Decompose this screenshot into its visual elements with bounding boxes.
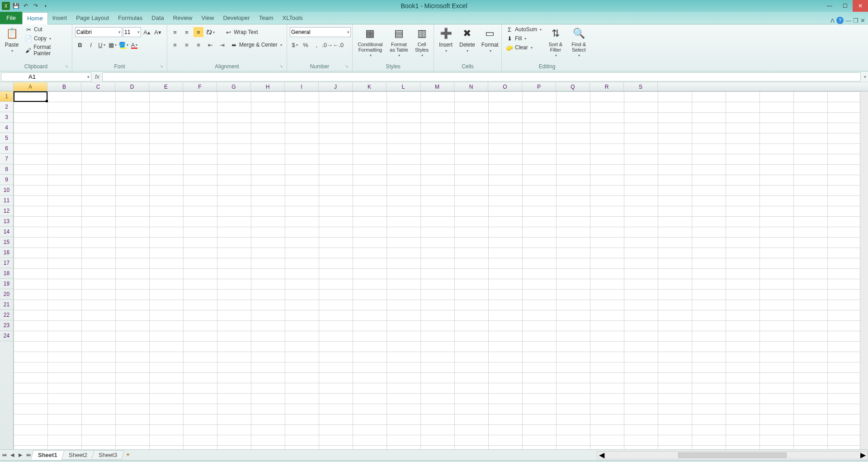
comma-button[interactable]: , (311, 40, 321, 50)
save-icon[interactable]: 💾 (12, 2, 20, 10)
row-header-3[interactable]: 3 (0, 112, 13, 123)
vertical-scrollbar[interactable] (860, 91, 868, 449)
row-header-21[interactable]: 21 (0, 300, 13, 310)
clipboard-launcher-icon[interactable]: ↘ (65, 64, 68, 68)
row-header-22[interactable]: 22 (0, 310, 13, 320)
font-launcher-icon[interactable]: ↘ (160, 64, 163, 68)
tab-team[interactable]: Team (255, 12, 278, 24)
cut-button[interactable]: ✂Cut (24, 25, 69, 33)
column-header-K[interactable]: K (353, 82, 387, 91)
column-header-S[interactable]: S (624, 82, 658, 91)
column-header-D[interactable]: D (115, 82, 149, 91)
row-header-8[interactable]: 8 (0, 164, 13, 175)
window-restore-icon[interactable]: ❐ (853, 17, 859, 24)
clear-button[interactable]: 🧽Clear▾ (505, 43, 543, 52)
font-name-combo[interactable]: Calibri▾ (75, 27, 122, 37)
row-header-9[interactable]: 9 (0, 175, 13, 185)
delete-cells-button[interactable]: ✖Delete▾ (458, 25, 477, 63)
sheet-tab-sheet3[interactable]: Sheet3 (91, 450, 124, 460)
percent-button[interactable]: % (301, 40, 311, 50)
hscroll-right-icon[interactable]: ▶ (859, 451, 868, 459)
undo-icon[interactable]: ↶ (22, 2, 30, 10)
row-header-23[interactable]: 23 (0, 320, 13, 331)
close-button[interactable]: ✕ (853, 0, 868, 12)
italic-button[interactable]: I (86, 40, 96, 50)
cell-styles-button[interactable]: ▥Cell Styles▾ (413, 25, 431, 63)
qat-customize-icon[interactable]: ▾ (42, 2, 50, 10)
row-header-20[interactable]: 20 (0, 289, 13, 300)
row-header-15[interactable]: 15 (0, 237, 13, 248)
minimize-button[interactable]: — (822, 0, 837, 12)
fx-icon[interactable]: fx (92, 73, 102, 80)
maximize-button[interactable]: ☐ (837, 0, 853, 12)
column-header-L[interactable]: L (387, 82, 420, 91)
column-header-P[interactable]: P (522, 82, 556, 91)
decrease-font-icon[interactable]: A▾ (153, 27, 163, 37)
decrease-decimal-button[interactable]: ←.0 (333, 40, 343, 50)
name-box[interactable]: A1 ▾ (1, 72, 91, 81)
file-tab[interactable]: File (0, 12, 22, 24)
format-as-table-button[interactable]: ▤Format as Table▾ (388, 25, 410, 63)
row-header-5[interactable]: 5 (0, 133, 13, 143)
column-header-B[interactable]: B (47, 82, 81, 91)
underline-button[interactable]: U▾ (97, 40, 107, 50)
row-header-18[interactable]: 18 (0, 268, 13, 279)
ribbon-minimize-icon[interactable]: ᐱ (830, 17, 835, 24)
sheet-nav-first-icon[interactable]: ⏮ (0, 452, 8, 458)
row-header-16[interactable]: 16 (0, 248, 13, 258)
cell-grid[interactable] (14, 91, 860, 449)
column-header-E[interactable]: E (149, 82, 183, 91)
column-header-A[interactable]: A (14, 82, 47, 91)
horizontal-scrollbar[interactable]: ◀ ▶ (597, 451, 868, 459)
alignment-launcher-icon[interactable]: ↘ (279, 64, 283, 68)
column-header-M[interactable]: M (420, 82, 454, 91)
number-launcher-icon[interactable]: ↘ (345, 64, 349, 68)
align-middle-button[interactable]: ≡ (182, 27, 192, 37)
bold-button[interactable]: B (75, 40, 85, 50)
column-header-C[interactable]: C (81, 82, 115, 91)
name-box-dropdown-icon[interactable]: ▾ (87, 75, 90, 79)
formula-input[interactable] (102, 72, 861, 81)
column-header-Q[interactable]: Q (556, 82, 590, 91)
sheet-nav-next-icon[interactable]: ▶ (16, 452, 24, 458)
paste-dropdown-icon[interactable]: ▾ (11, 49, 13, 53)
decrease-indent-button[interactable]: ⇤ (205, 40, 215, 50)
hscroll-left-icon[interactable]: ◀ (597, 451, 606, 459)
tab-page-layout[interactable]: Page Layout (71, 12, 113, 24)
row-header-7[interactable]: 7 (0, 154, 13, 164)
increase-font-icon[interactable]: A▴ (142, 27, 152, 37)
paste-button[interactable]: 📋 Paste ▾ (3, 25, 21, 63)
orientation-button[interactable]: 🗘▾ (205, 27, 215, 37)
new-sheet-button[interactable]: ✦ (126, 452, 135, 459)
tab-developer[interactable]: Developer (218, 12, 254, 24)
column-header-G[interactable]: G (217, 82, 251, 91)
align-right-button[interactable]: ≡ (193, 40, 203, 50)
align-top-button[interactable]: ≡ (170, 27, 180, 37)
format-cells-button[interactable]: ▭Format▾ (480, 25, 500, 63)
window-close-icon[interactable]: ✕ (860, 17, 865, 24)
tab-formulas[interactable]: Formulas (113, 12, 147, 24)
hscroll-thumb[interactable] (678, 452, 787, 458)
column-header-N[interactable]: N (454, 82, 488, 91)
increase-indent-button[interactable]: ⇥ (217, 40, 227, 50)
font-color-button[interactable]: A▾ (129, 40, 139, 50)
borders-button[interactable]: ▦▾ (108, 40, 118, 50)
column-header-F[interactable]: F (183, 82, 217, 91)
select-all-button[interactable] (0, 82, 14, 91)
autosum-button[interactable]: ΣAutoSum▾ (505, 25, 543, 33)
formula-expand-icon[interactable]: ▾ (862, 74, 868, 79)
row-header-24[interactable]: 24 (0, 331, 13, 341)
active-cell[interactable] (14, 91, 47, 102)
row-header-12[interactable]: 12 (0, 206, 13, 216)
sheet-tab-sheet2[interactable]: Sheet2 (61, 450, 94, 460)
column-header-I[interactable]: I (285, 82, 319, 91)
column-header-O[interactable]: O (488, 82, 522, 91)
align-bottom-button[interactable]: ≡ (193, 27, 203, 37)
row-header-14[interactable]: 14 (0, 227, 13, 237)
increase-decimal-button[interactable]: .0→ (322, 40, 332, 50)
row-header-1[interactable]: 1 (0, 91, 13, 102)
tab-home[interactable]: Home (22, 12, 48, 24)
window-min-icon[interactable]: — (845, 17, 851, 24)
number-format-combo[interactable]: General▾ (290, 27, 351, 37)
copy-button[interactable]: 📄Copy▾ (24, 34, 69, 43)
